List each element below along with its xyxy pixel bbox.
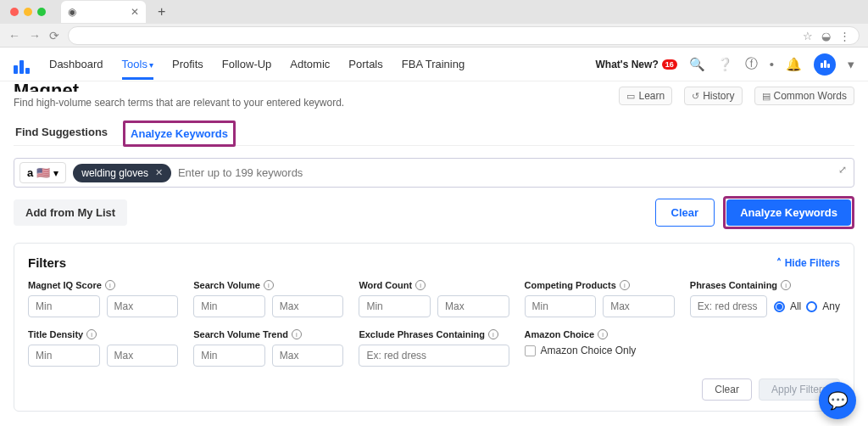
close-window-icon[interactable] bbox=[10, 8, 19, 16]
keyword-chip[interactable]: welding gloves ✕ bbox=[73, 164, 171, 182]
main-nav: Dashboard Tools▾ Profits Follow-Up Adtom… bbox=[49, 58, 465, 71]
marketplace-selector[interactable]: a 🇺🇸 ▾ bbox=[19, 162, 66, 183]
search-volume-max[interactable] bbox=[272, 295, 344, 317]
facebook-icon[interactable]: ⓕ bbox=[745, 56, 758, 72]
tab-favicon-icon: ◉ bbox=[68, 6, 76, 18]
address-bar: ← → ⟳ ☆ ◒ ⋮ bbox=[0, 24, 868, 48]
filter-exclude-phrases: Exclude Phrases Containingi bbox=[359, 329, 509, 367]
exclude-phrases-input[interactable] bbox=[359, 345, 509, 367]
filter-search-volume: Search Volumei bbox=[193, 280, 343, 317]
filter-title-density: Title Densityi bbox=[28, 329, 178, 367]
competing-max[interactable] bbox=[603, 295, 675, 317]
reload-icon[interactable]: ⟳ bbox=[49, 29, 59, 42]
close-tab-icon[interactable]: ✕ bbox=[131, 6, 139, 18]
radio-all[interactable] bbox=[774, 301, 785, 312]
account-chevron-icon[interactable]: ▾ bbox=[848, 57, 854, 72]
add-from-list-button[interactable]: Add from My List bbox=[14, 199, 127, 226]
trend-max[interactable] bbox=[272, 345, 344, 367]
filter-search-volume-trend: Search Volume Trendi bbox=[193, 329, 343, 367]
menu-icon[interactable]: ⋮ bbox=[839, 30, 850, 42]
forward-icon[interactable]: → bbox=[29, 29, 41, 42]
info-icon[interactable]: i bbox=[620, 280, 630, 290]
info-icon[interactable]: i bbox=[598, 329, 608, 339]
nav-tools[interactable]: Tools▾ bbox=[122, 58, 153, 80]
nav-adtomic[interactable]: Adtomic bbox=[290, 58, 330, 70]
nav-portals[interactable]: Portals bbox=[348, 58, 382, 70]
profile-icon[interactable]: ◒ bbox=[821, 30, 831, 42]
filter-competing-products: Competing Productsi bbox=[525, 280, 675, 317]
amazon-choice-checkbox[interactable] bbox=[525, 345, 536, 356]
chat-bubble-icon[interactable]: 💬 bbox=[819, 382, 856, 419]
list-icon: ▤ bbox=[762, 91, 771, 102]
title-density-min[interactable] bbox=[28, 345, 100, 367]
learn-button[interactable]: ▭Learn bbox=[619, 87, 672, 105]
info-icon[interactable]: i bbox=[781, 280, 791, 290]
hide-filters-toggle[interactable]: ˄Hide Filters bbox=[776, 257, 840, 269]
keyword-input[interactable] bbox=[171, 163, 849, 182]
minimize-window-icon[interactable] bbox=[24, 8, 32, 16]
analyze-highlight: Analyze Keywords bbox=[723, 196, 854, 229]
magnet-iq-min[interactable] bbox=[28, 295, 100, 317]
magnet-iq-max[interactable] bbox=[107, 295, 179, 317]
title-density-max[interactable] bbox=[107, 345, 179, 367]
help-icon[interactable]: ❔ bbox=[717, 57, 733, 72]
search-volume-min[interactable] bbox=[193, 295, 265, 317]
history-icon: ↺ bbox=[692, 91, 699, 102]
page-title: Magnet bbox=[14, 80, 344, 92]
filter-magnet-iq: Magnet IQ Scorei bbox=[28, 280, 178, 317]
trend-min[interactable] bbox=[193, 345, 265, 367]
filter-amazon-choice: Amazon Choicei Amazon Choice Only bbox=[525, 329, 675, 367]
info-icon[interactable]: i bbox=[264, 280, 274, 290]
app-logo-icon[interactable] bbox=[14, 55, 32, 74]
browser-tab[interactable]: ◉ ✕ bbox=[61, 1, 146, 23]
chip-remove-icon[interactable]: ✕ bbox=[155, 167, 163, 178]
search-icon[interactable]: 🔍 bbox=[689, 57, 705, 72]
filters-footer: Clear Apply Filters bbox=[28, 378, 840, 401]
common-words-button[interactable]: ▤Common Words bbox=[754, 87, 854, 105]
info-icon[interactable]: i bbox=[292, 329, 302, 339]
word-count-min[interactable] bbox=[359, 295, 431, 317]
page-subtitle: Find high-volume search terms that are r… bbox=[14, 97, 344, 109]
chevron-down-icon: ▾ bbox=[149, 60, 153, 70]
filters-clear-button[interactable]: Clear bbox=[702, 378, 752, 401]
nav-followup[interactable]: Follow-Up bbox=[222, 58, 272, 70]
tab-strip: ◉ ✕ + bbox=[0, 0, 868, 24]
nav-profits[interactable]: Profits bbox=[172, 58, 203, 70]
maximize-window-icon[interactable] bbox=[37, 8, 46, 16]
radio-any[interactable] bbox=[806, 301, 817, 312]
amazon-a-icon: a bbox=[27, 166, 33, 179]
dot-separator: • bbox=[770, 57, 774, 71]
nav-dashboard[interactable]: Dashboard bbox=[49, 58, 103, 70]
history-button[interactable]: ↺History bbox=[684, 87, 742, 105]
back-icon[interactable]: ← bbox=[8, 29, 20, 42]
analyze-keywords-button[interactable]: Analyze Keywords bbox=[726, 199, 851, 226]
whats-new-link[interactable]: What's New? 16 bbox=[596, 59, 677, 70]
info-icon[interactable]: i bbox=[415, 280, 426, 290]
browser-chrome: ◉ ✕ + ← → ⟳ ☆ ◒ ⋮ bbox=[0, 0, 868, 48]
filter-word-count: Word Counti bbox=[359, 280, 509, 317]
bell-icon[interactable]: 🔔 bbox=[786, 57, 802, 72]
tab-analyze-keywords[interactable]: Analyze Keywords bbox=[123, 121, 236, 147]
top-right-icons: What's New? 16 🔍 ❔ ⓕ • 🔔 ▾ bbox=[596, 53, 854, 76]
chevron-down-icon: ▾ bbox=[53, 167, 58, 179]
new-tab-button[interactable]: + bbox=[153, 4, 170, 20]
page-body: Magnet Find high-volume search terms tha… bbox=[0, 81, 868, 412]
info-icon[interactable]: i bbox=[488, 329, 498, 339]
phrases-containing-input[interactable] bbox=[690, 295, 767, 317]
filters-panel: Filters ˄Hide Filters Magnet IQ Scorei S… bbox=[14, 243, 854, 412]
competing-min[interactable] bbox=[525, 295, 597, 317]
nav-fba-training[interactable]: FBA Training bbox=[402, 58, 465, 70]
window-controls[interactable] bbox=[10, 8, 46, 16]
word-count-max[interactable] bbox=[437, 295, 509, 317]
chip-label: welding gloves bbox=[81, 167, 148, 179]
clear-button[interactable]: Clear bbox=[655, 199, 715, 227]
header-actions: ▭Learn ↺History ▤Common Words bbox=[619, 87, 854, 105]
info-icon[interactable]: i bbox=[105, 280, 115, 290]
tab-find-suggestions[interactable]: Find Suggestions bbox=[14, 121, 109, 145]
expand-icon[interactable]: ⤢ bbox=[838, 164, 847, 176]
star-icon[interactable]: ☆ bbox=[803, 30, 813, 42]
whats-new-badge: 16 bbox=[662, 59, 677, 70]
info-icon[interactable]: i bbox=[86, 329, 97, 339]
url-input[interactable]: ☆ ◒ ⋮ bbox=[68, 26, 860, 45]
account-avatar[interactable] bbox=[814, 53, 836, 76]
